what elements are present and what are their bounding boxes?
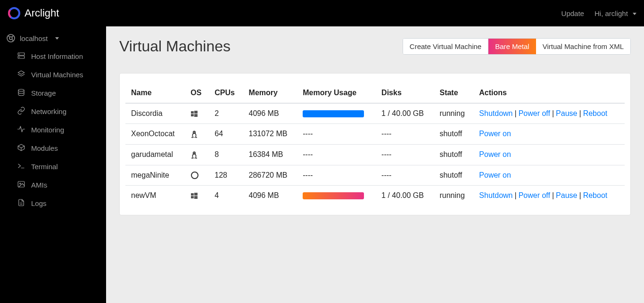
memory-usage-text: ---- [303, 171, 313, 179]
action-power-off[interactable]: Power off [519, 191, 550, 199]
svg-rect-41 [194, 196, 198, 199]
sidebar-item-storage[interactable]: Storage [0, 84, 106, 102]
sidebar-item-networking[interactable]: Networking [0, 102, 106, 121]
memory-usage-text: ---- [303, 130, 313, 138]
windows-icon [190, 109, 198, 117]
user-menu[interactable]: Hi, arclight [594, 9, 636, 17]
cell-name: newVM [125, 186, 185, 206]
link-icon [17, 106, 25, 116]
svg-point-6 [12, 40, 13, 41]
chevron-down-icon [633, 13, 636, 15]
create-vm-button[interactable]: Create Virtual Machine [403, 39, 488, 54]
cell-memory: 4096 MB [243, 186, 297, 206]
col-cpus: CPUs [209, 83, 243, 103]
sidebar-item-virtual-machines[interactable]: Virtual Machines [0, 66, 106, 84]
cell-state: shutoff [434, 165, 473, 186]
action-shutdown[interactable]: Shutdown [479, 109, 512, 117]
cell-os [185, 144, 209, 165]
host-icon [7, 34, 15, 42]
page-header: Virtual Machines Create Virtual Machine … [119, 38, 631, 55]
sidebar: localhost Host InformationVirtual Machin… [0, 26, 106, 303]
sidebar-item-logs[interactable]: Logs [0, 194, 106, 213]
table-row: XeonOctocat 64 131072 MB ---- ---- shuto… [125, 124, 625, 145]
svg-point-32 [193, 154, 196, 158]
cell-name: Discordia [125, 103, 185, 124]
action-power-on[interactable]: Power on [479, 171, 511, 179]
cell-cpus: 4 [209, 186, 243, 206]
action-shutdown[interactable]: Shutdown [479, 191, 512, 199]
sidebar-item-amis[interactable]: AMIs [0, 176, 106, 194]
user-menu-label: Hi, arclight [594, 9, 628, 17]
cell-memory: 286720 MB [243, 165, 297, 186]
sidebar-item-modules[interactable]: Modules [0, 139, 106, 157]
svg-point-36 [195, 157, 197, 159]
svg-point-25 [193, 133, 196, 137]
bare-metal-button[interactable]: Bare Metal [488, 39, 536, 54]
svg-rect-39 [194, 193, 198, 196]
svg-rect-19 [191, 111, 194, 114]
cell-cpus: 2 [209, 103, 243, 124]
svg-point-4 [8, 36, 9, 37]
cell-actions: Power on [473, 124, 625, 145]
cell-disks: ---- [376, 144, 434, 165]
sidebar-item-terminal[interactable]: Terminal [0, 157, 106, 176]
activity-icon [17, 125, 25, 135]
table-row: garudametal 8 16384 MB ---- ---- shutoff… [125, 144, 625, 165]
sidebar-item-monitoring[interactable]: Monitoring [0, 121, 106, 139]
server-icon [17, 51, 25, 61]
cell-disks: ---- [376, 124, 434, 145]
cell-cpus: 64 [209, 124, 243, 145]
action-reboot[interactable]: Reboot [583, 191, 608, 199]
table-row: newVM 4 4096 MB 1 / 40.00 GB running Shu… [125, 186, 625, 206]
cell-actions: Power on [473, 144, 625, 165]
col-disks: Disks [376, 83, 434, 103]
cell-disks: 1 / 40.00 GB [376, 186, 434, 206]
update-link[interactable]: Update [561, 9, 584, 17]
cell-os [185, 186, 209, 206]
brand-text: Arclight [25, 7, 59, 19]
host-selector[interactable]: localhost [0, 31, 106, 47]
chevron-down-icon [55, 37, 59, 40]
svg-point-10 [19, 57, 20, 57]
memory-usage-bar [303, 192, 364, 199]
linux-icon [190, 150, 198, 158]
action-reboot[interactable]: Reboot [583, 109, 608, 117]
col-os: OS [185, 83, 209, 103]
topbar: Arclight Update Hi, arclight [0, 0, 644, 26]
sidebar-item-host-information[interactable]: Host Information [0, 47, 106, 66]
cell-name: megaNinite [125, 165, 185, 186]
svg-point-16 [20, 183, 21, 184]
action-power-on[interactable]: Power on [479, 130, 511, 138]
cell-memory: 131072 MB [243, 124, 297, 145]
svg-point-5 [12, 36, 13, 37]
sidebar-item-label: Storage [31, 89, 56, 97]
cell-mem-usage: ---- [297, 124, 376, 145]
main-content: Virtual Machines Create Virtual Machine … [106, 26, 644, 303]
action-power-on[interactable]: Power on [479, 150, 511, 158]
svg-point-3 [9, 37, 12, 40]
page-title: Virtual Machines [119, 38, 231, 55]
cell-disks: 1 / 40.00 GB [376, 103, 434, 124]
cell-os [185, 165, 209, 186]
svg-marker-11 [18, 71, 25, 74]
svg-point-9 [19, 54, 20, 54]
cell-name: XeonOctocat [125, 124, 185, 145]
cell-disks: ---- [376, 165, 434, 186]
action-power-off[interactable]: Power off [519, 109, 550, 117]
action-pause[interactable]: Pause [556, 109, 577, 117]
vm-table-card: Name OS CPUs Memory Memory Usage Disks S… [119, 73, 631, 215]
action-pause[interactable]: Pause [556, 191, 577, 199]
vm-from-xml-button[interactable]: Virtual Machine from XML [536, 39, 630, 54]
cell-mem-usage [297, 103, 376, 124]
cell-actions: Shutdown|Power off|Pause|Reboot [473, 103, 625, 124]
brand[interactable]: Arclight [8, 7, 59, 20]
layers-icon [17, 70, 25, 80]
sidebar-item-label: Terminal [31, 163, 58, 171]
svg-rect-21 [191, 114, 194, 116]
svg-point-27 [195, 131, 196, 132]
sidebar-item-label: Networking [31, 107, 66, 115]
cell-cpus: 128 [209, 165, 243, 186]
logo-icon [8, 7, 21, 20]
sidebar-item-label: Logs [31, 199, 47, 207]
database-icon [17, 88, 25, 98]
